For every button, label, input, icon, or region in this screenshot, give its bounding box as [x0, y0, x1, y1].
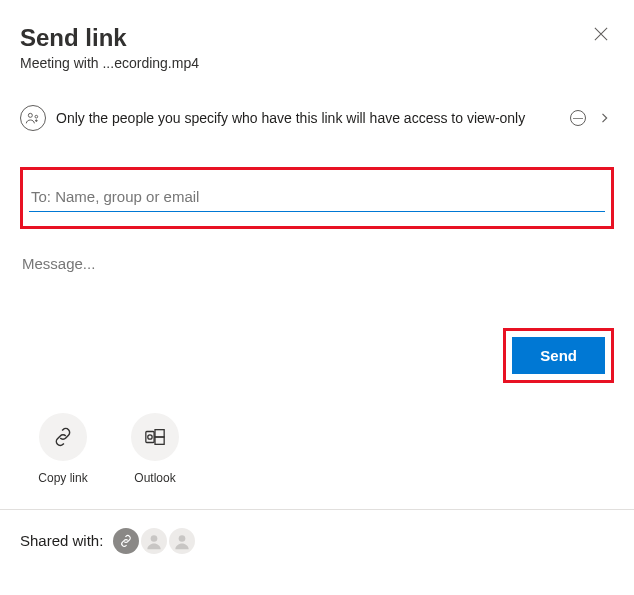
- to-input[interactable]: [29, 184, 605, 212]
- svg-rect-4: [155, 437, 164, 444]
- secondary-actions: Copy link Outlook: [32, 413, 614, 485]
- chevron-right-icon: [596, 109, 614, 127]
- permission-badge-icon: —: [570, 110, 586, 126]
- svg-rect-2: [146, 431, 154, 442]
- send-button[interactable]: Send: [512, 337, 605, 374]
- share-dialog: Send link Meeting with ...ecording.mp4 O…: [0, 0, 634, 485]
- shared-link-badge[interactable]: [113, 528, 139, 554]
- close-icon: [594, 25, 608, 45]
- shared-with-label: Shared with:: [20, 532, 103, 549]
- send-row: Send: [20, 328, 614, 383]
- svg-point-7: [179, 535, 186, 542]
- shared-with-row: Shared with:: [0, 510, 634, 572]
- send-button-highlight: Send: [503, 328, 614, 383]
- svg-point-5: [148, 435, 152, 439]
- link-permission-row[interactable]: Only the people you specify who have thi…: [20, 105, 614, 131]
- shared-avatar-1[interactable]: [141, 528, 167, 554]
- svg-point-0: [28, 113, 32, 117]
- title-block: Send link Meeting with ...ecording.mp4: [20, 20, 199, 71]
- dialog-title: Send link: [20, 24, 199, 53]
- shared-avatars: [113, 528, 195, 554]
- people-icon: [20, 105, 46, 131]
- shared-avatar-2[interactable]: [169, 528, 195, 554]
- close-button[interactable]: [588, 20, 614, 50]
- message-input[interactable]: [20, 251, 614, 276]
- copy-link-action[interactable]: Copy link: [32, 413, 94, 485]
- svg-point-6: [151, 535, 158, 542]
- outlook-icon: [131, 413, 179, 461]
- file-name: Meeting with ...ecording.mp4: [20, 55, 199, 71]
- outlook-label: Outlook: [134, 471, 175, 485]
- svg-point-1: [35, 115, 38, 118]
- svg-rect-3: [155, 429, 164, 436]
- permission-text: Only the people you specify who have thi…: [56, 110, 560, 126]
- to-field-highlight: [20, 167, 614, 229]
- copy-link-icon: [39, 413, 87, 461]
- copy-link-label: Copy link: [38, 471, 87, 485]
- dialog-header: Send link Meeting with ...ecording.mp4: [20, 20, 614, 71]
- outlook-action[interactable]: Outlook: [124, 413, 186, 485]
